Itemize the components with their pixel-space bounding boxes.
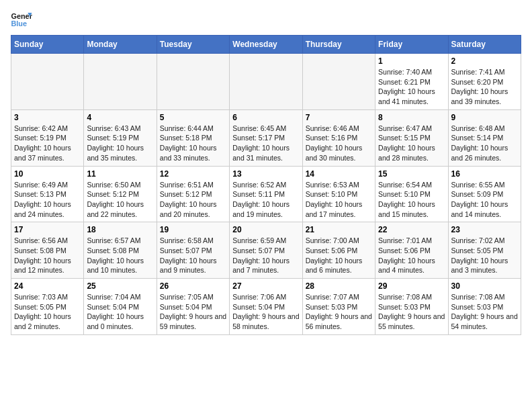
day-cell	[230, 54, 302, 110]
day-info: Sunrise: 6:55 AMSunset: 5:09 PMDaylight:…	[451, 180, 518, 220]
day-number: 7	[306, 113, 372, 122]
day-info: Sunrise: 6:48 AMSunset: 5:14 PMDaylight:…	[451, 124, 518, 163]
day-number: 26	[160, 281, 226, 291]
svg-text:Blue: Blue	[11, 19, 27, 28]
day-cell: 29Sunrise: 7:08 AMSunset: 5:03 PMDayligh…	[375, 279, 448, 335]
day-cell: 19Sunrise: 6:58 AMSunset: 5:07 PMDayligh…	[157, 222, 229, 279]
day-cell: 16Sunrise: 6:55 AMSunset: 5:09 PMDayligh…	[448, 166, 521, 222]
week-row-3: 17Sunrise: 6:56 AMSunset: 5:08 PMDayligh…	[11, 222, 521, 279]
day-cell: 14Sunrise: 6:53 AMSunset: 5:10 PMDayligh…	[302, 166, 375, 222]
day-cell	[11, 54, 84, 110]
col-header-tuesday: Tuesday	[157, 36, 229, 54]
day-number: 8	[378, 113, 445, 122]
day-info: Sunrise: 6:57 AMSunset: 5:08 PMDaylight:…	[87, 236, 153, 275]
day-info: Sunrise: 6:54 AMSunset: 5:10 PMDaylight:…	[378, 180, 445, 220]
day-number: 15	[378, 169, 445, 179]
day-number: 14	[306, 169, 372, 179]
day-info: Sunrise: 6:58 AMSunset: 5:07 PMDaylight:…	[160, 236, 226, 275]
day-number: 25	[87, 281, 153, 291]
day-number: 22	[378, 225, 445, 234]
day-cell: 7Sunrise: 6:46 AMSunset: 5:16 PMDaylight…	[302, 109, 375, 166]
day-number: 19	[160, 225, 226, 234]
day-info: Sunrise: 7:02 AMSunset: 5:05 PMDaylight:…	[451, 236, 518, 275]
day-info: Sunrise: 7:08 AMSunset: 5:03 PMDaylight:…	[378, 292, 445, 332]
day-cell: 6Sunrise: 6:45 AMSunset: 5:17 PMDaylight…	[230, 109, 302, 166]
day-info: Sunrise: 6:45 AMSunset: 5:17 PMDaylight:…	[232, 124, 299, 163]
day-info: Sunrise: 7:08 AMSunset: 5:03 PMDaylight:…	[451, 292, 518, 332]
day-cell: 4Sunrise: 6:43 AMSunset: 5:19 PMDaylight…	[84, 109, 157, 166]
day-number: 28	[306, 281, 372, 291]
day-number: 12	[160, 169, 226, 179]
day-info: Sunrise: 6:53 AMSunset: 5:10 PMDaylight:…	[306, 180, 372, 220]
day-cell: 8Sunrise: 6:47 AMSunset: 5:15 PMDaylight…	[375, 109, 448, 166]
day-info: Sunrise: 7:41 AMSunset: 6:20 PMDaylight:…	[451, 67, 518, 107]
day-cell: 2Sunrise: 7:41 AMSunset: 6:20 PMDaylight…	[448, 54, 521, 110]
day-cell: 1Sunrise: 7:40 AMSunset: 6:21 PMDaylight…	[375, 54, 448, 110]
day-cell: 26Sunrise: 7:05 AMSunset: 5:04 PMDayligh…	[157, 279, 229, 335]
day-number: 9	[451, 113, 518, 122]
day-cell: 3Sunrise: 6:42 AMSunset: 5:19 PMDaylight…	[11, 109, 84, 166]
day-number: 27	[232, 281, 299, 291]
day-number: 2	[451, 56, 518, 66]
day-info: Sunrise: 7:03 AMSunset: 5:05 PMDaylight:…	[14, 292, 81, 332]
week-row-4: 24Sunrise: 7:03 AMSunset: 5:05 PMDayligh…	[11, 279, 521, 335]
day-cell: 28Sunrise: 7:07 AMSunset: 5:03 PMDayligh…	[302, 279, 375, 335]
day-info: Sunrise: 6:49 AMSunset: 5:13 PMDaylight:…	[14, 180, 81, 220]
day-info: Sunrise: 7:40 AMSunset: 6:21 PMDaylight:…	[378, 67, 445, 107]
day-info: Sunrise: 7:00 AMSunset: 5:06 PMDaylight:…	[306, 236, 372, 275]
day-cell: 13Sunrise: 6:52 AMSunset: 5:11 PMDayligh…	[230, 166, 302, 222]
day-cell	[302, 54, 375, 110]
day-info: Sunrise: 7:04 AMSunset: 5:04 PMDaylight:…	[87, 292, 153, 332]
logo: General Blue	[11, 11, 35, 30]
col-header-monday: Monday	[84, 36, 157, 54]
col-header-thursday: Thursday	[302, 36, 375, 54]
day-number: 16	[451, 169, 518, 179]
day-cell: 5Sunrise: 6:44 AMSunset: 5:18 PMDaylight…	[157, 109, 229, 166]
day-number: 23	[451, 225, 518, 234]
day-info: Sunrise: 6:51 AMSunset: 5:12 PMDaylight:…	[160, 180, 226, 220]
week-row-2: 10Sunrise: 6:49 AMSunset: 5:13 PMDayligh…	[11, 166, 521, 222]
day-cell: 20Sunrise: 6:59 AMSunset: 5:07 PMDayligh…	[230, 222, 302, 279]
day-info: Sunrise: 7:01 AMSunset: 5:06 PMDaylight:…	[378, 236, 445, 275]
day-number: 30	[451, 281, 518, 291]
col-header-sunday: Sunday	[11, 36, 84, 54]
day-info: Sunrise: 6:47 AMSunset: 5:15 PMDaylight:…	[378, 124, 445, 163]
day-cell: 27Sunrise: 7:06 AMSunset: 5:04 PMDayligh…	[230, 279, 302, 335]
day-cell: 9Sunrise: 6:48 AMSunset: 5:14 PMDaylight…	[448, 109, 521, 166]
header: General Blue	[11, 11, 521, 30]
week-row-0: 1Sunrise: 7:40 AMSunset: 6:21 PMDaylight…	[11, 54, 521, 110]
day-cell: 17Sunrise: 6:56 AMSunset: 5:08 PMDayligh…	[11, 222, 84, 279]
day-number: 29	[378, 281, 445, 291]
day-number: 6	[232, 113, 299, 122]
day-cell: 25Sunrise: 7:04 AMSunset: 5:04 PMDayligh…	[84, 279, 157, 335]
day-number: 10	[14, 169, 81, 179]
day-info: Sunrise: 6:59 AMSunset: 5:07 PMDaylight:…	[232, 236, 299, 275]
day-cell: 30Sunrise: 7:08 AMSunset: 5:03 PMDayligh…	[448, 279, 521, 335]
day-info: Sunrise: 6:44 AMSunset: 5:18 PMDaylight:…	[160, 124, 226, 163]
day-cell	[84, 54, 157, 110]
col-header-friday: Friday	[375, 36, 448, 54]
day-info: Sunrise: 7:05 AMSunset: 5:04 PMDaylight:…	[160, 292, 226, 332]
day-info: Sunrise: 6:42 AMSunset: 5:19 PMDaylight:…	[14, 124, 81, 163]
day-cell: 15Sunrise: 6:54 AMSunset: 5:10 PMDayligh…	[375, 166, 448, 222]
day-number: 17	[14, 225, 81, 234]
day-number: 3	[14, 113, 81, 122]
day-cell: 12Sunrise: 6:51 AMSunset: 5:12 PMDayligh…	[157, 166, 229, 222]
day-number: 13	[232, 169, 299, 179]
day-number: 18	[87, 225, 153, 234]
day-cell: 21Sunrise: 7:00 AMSunset: 5:06 PMDayligh…	[302, 222, 375, 279]
day-number: 11	[87, 169, 153, 179]
day-number: 1	[378, 56, 445, 66]
day-number: 20	[232, 225, 299, 234]
calendar: SundayMondayTuesdayWednesdayThursdayFrid…	[11, 35, 521, 335]
day-info: Sunrise: 6:56 AMSunset: 5:08 PMDaylight:…	[14, 236, 81, 275]
day-cell	[157, 54, 229, 110]
day-info: Sunrise: 6:43 AMSunset: 5:19 PMDaylight:…	[87, 124, 153, 163]
day-cell: 24Sunrise: 7:03 AMSunset: 5:05 PMDayligh…	[11, 279, 84, 335]
week-row-1: 3Sunrise: 6:42 AMSunset: 5:19 PMDaylight…	[11, 109, 521, 166]
col-header-saturday: Saturday	[448, 36, 521, 54]
day-info: Sunrise: 6:50 AMSunset: 5:12 PMDaylight:…	[87, 180, 153, 220]
day-cell: 18Sunrise: 6:57 AMSunset: 5:08 PMDayligh…	[84, 222, 157, 279]
calendar-header-row: SundayMondayTuesdayWednesdayThursdayFrid…	[11, 36, 521, 54]
day-info: Sunrise: 6:46 AMSunset: 5:16 PMDaylight:…	[306, 124, 372, 163]
